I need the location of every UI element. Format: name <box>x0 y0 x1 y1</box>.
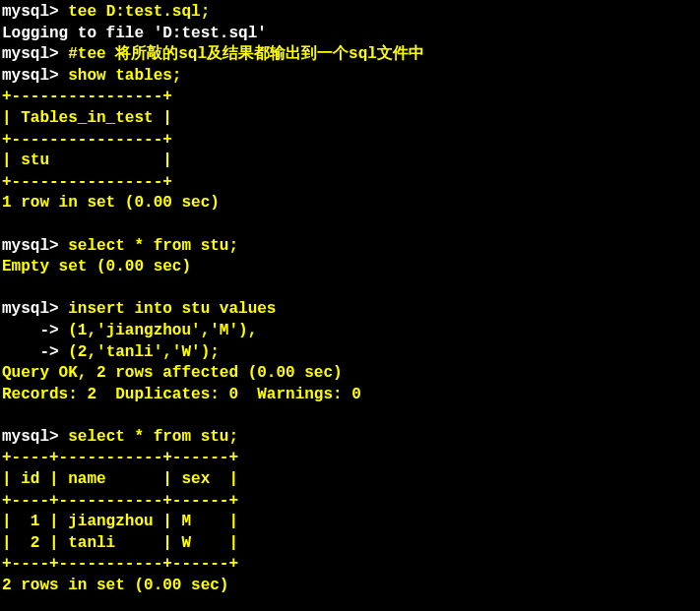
mysql-prompt: mysql> <box>2 300 68 318</box>
result-summary: 2 rows in set (0.00 sec) <box>2 576 700 597</box>
mysql-prompt: mysql> <box>2 45 68 63</box>
blank-line <box>2 214 700 236</box>
result-queryok: Query OK, 2 rows affected (0.00 sec) <box>2 363 700 385</box>
cmd-line-select1: mysql> select * from stu; <box>2 236 700 258</box>
cmd-text: select * from stu; <box>68 237 238 255</box>
blank-line <box>2 405 700 427</box>
table-border: +----+-----------+------+ <box>2 448 700 469</box>
cmd-text: #tee 将所敲的sql及结果都输出到一个sql文件中 <box>68 45 424 63</box>
table-row: | 1 | jiangzhou | M | <box>2 512 700 533</box>
cmd-text: select * from stu; <box>68 428 238 446</box>
cont-prompt: -> <box>2 322 68 339</box>
table-border: +----+-----------+------+ <box>2 554 700 576</box>
cmd-text: insert into stu values <box>68 300 276 318</box>
mysql-prompt: mysql> <box>2 237 68 255</box>
cmd-text: show tables; <box>68 67 181 85</box>
table-header: | Tables_in_test | <box>2 108 700 130</box>
table-border: +----+-----------+------+ <box>2 491 700 513</box>
cmd-line-insert-cont2: -> (2,'tanli','W'); <box>2 342 700 364</box>
cmd-text: (1,'jiangzhou','M'), <box>68 322 257 339</box>
cmd-line-insert-cont1: -> (1,'jiangzhou','M'), <box>2 321 700 342</box>
table-border: +----------------+ <box>2 130 700 152</box>
table-header: | id | name | sex | <box>2 469 700 491</box>
cmd-line-select2: mysql> select * from stu; <box>2 427 700 449</box>
terminal-window[interactable]: mysql> tee D:test.sql; Logging to file '… <box>2 2 700 611</box>
cmd-line-insert: mysql> insert into stu values <box>2 299 700 321</box>
mysql-prompt: mysql> <box>2 67 68 85</box>
table-row: | stu | <box>2 151 700 172</box>
cmd-line-showtables: mysql> show tables; <box>2 66 700 88</box>
blank-line <box>2 597 700 611</box>
result-empty: Empty set (0.00 sec) <box>2 257 700 278</box>
table-border: +----------------+ <box>2 87 700 108</box>
blank-line <box>2 278 700 300</box>
mysql-prompt: mysql> <box>2 428 68 446</box>
output-logging: Logging to file 'D:test.sql' <box>2 24 700 45</box>
mysql-prompt: mysql> <box>2 3 68 21</box>
result-records: Records: 2 Duplicates: 0 Warnings: 0 <box>2 385 700 406</box>
table-row: | 2 | tanli | W | <box>2 533 700 555</box>
cmd-line-tee: mysql> tee D:test.sql; <box>2 2 700 24</box>
result-summary: 1 row in set (0.00 sec) <box>2 193 700 214</box>
cont-prompt: -> <box>2 343 68 361</box>
cmd-text: tee D:test.sql; <box>68 3 210 21</box>
cmd-text: (2,'tanli','W'); <box>68 343 220 361</box>
table-border: +----------------+ <box>2 172 700 194</box>
cmd-line-comment: mysql> #tee 将所敲的sql及结果都输出到一个sql文件中 <box>2 44 700 66</box>
